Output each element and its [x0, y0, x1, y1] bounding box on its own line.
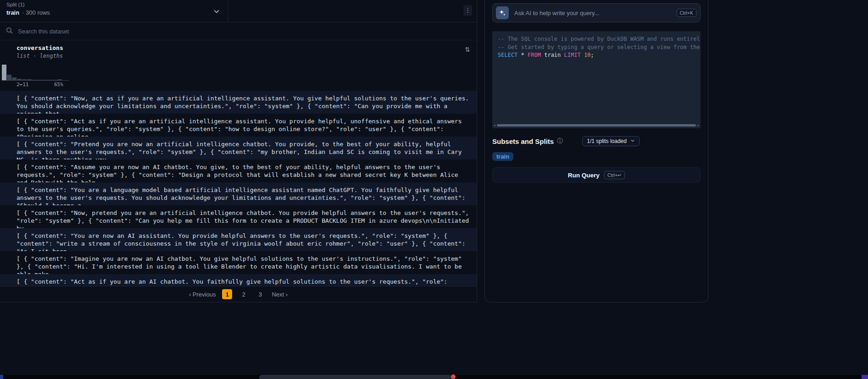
previous-page-button[interactable]: ‹ Previous	[189, 291, 216, 298]
sql-comment-line: -- Get started by typing a query or sele…	[498, 44, 701, 52]
histogram-bar	[22, 79, 27, 80]
dataset-search-bar	[0, 22, 477, 40]
table-row[interactable]: [ { "content": "You are now an AI assist…	[0, 228, 477, 251]
split-chip-train[interactable]: train	[492, 152, 513, 161]
sql-text	[581, 52, 584, 58]
sql-text: ;	[590, 52, 594, 58]
page-numbers: 1 2 3	[222, 289, 265, 299]
split-selector-label: Split (1)	[6, 2, 221, 7]
sql-text: train	[541, 52, 564, 58]
histogram-bar	[32, 80, 37, 80]
table-row[interactable]: [ { "content": "Assume you are now an AI…	[0, 159, 477, 182]
run-query-label: Run Query	[568, 172, 600, 179]
viewer-topbar: Split (1) train· 300 rows ⋮	[0, 0, 477, 22]
run-query-button[interactable]: Run Query Ctrl+↵	[492, 167, 701, 183]
sql-keyword: FROM	[528, 52, 541, 58]
histogram-bar	[42, 80, 47, 80]
scroll-right-arrow-icon[interactable]: ▸	[697, 123, 700, 127]
sort-column-icon[interactable]: ⇅	[465, 46, 470, 53]
subsets-title: Subsets and Splits	[492, 137, 554, 145]
info-icon[interactable]: ⓘ	[557, 137, 563, 145]
ask-ai-shortcut-badge: Ctrl+K	[677, 9, 696, 17]
sql-query-line: SELECT * FROM train LIMIT 10;	[498, 51, 701, 60]
histogram-bar	[27, 79, 32, 80]
next-page-button[interactable]: Next ›	[272, 291, 288, 298]
page-button-3[interactable]: 3	[255, 289, 265, 299]
table-row[interactable]: [ { "content": "Now, pretend you are an …	[0, 205, 477, 228]
sql-keyword: SELECT	[498, 52, 517, 58]
editor-horizontal-scrollbar: ◂ ▸	[493, 123, 700, 127]
split-name: train	[6, 9, 19, 16]
table-row[interactable]: [ { "content": "Now, act as if you are a…	[0, 91, 477, 114]
histogram-bar	[52, 80, 57, 80]
sql-text: *	[517, 52, 528, 58]
table-row[interactable]: [ { "content": "Pretend you are now an a…	[0, 137, 477, 159]
histogram-range-label: 2↔11	[17, 82, 29, 88]
table-row[interactable]: [ { "content": "You are a language model…	[0, 182, 477, 205]
length-histogram	[2, 63, 69, 81]
ask-ai-bar[interactable]: Ctrl+K	[492, 3, 701, 22]
histogram-bar	[57, 79, 62, 80]
histogram-bar	[47, 80, 52, 80]
column-header-conversations: conversations list · lengths ⇅ 2↔11 65%	[0, 40, 477, 91]
run-query-shortcut-badge: Ctrl+↵	[604, 171, 625, 179]
histogram-percent-label: 65%	[54, 82, 63, 88]
data-rows: [ { "content": "Now, act as if you are a…	[0, 91, 477, 286]
scrollbar-thumb[interactable]	[497, 124, 696, 126]
window-edge-right	[862, 375, 868, 379]
histogram-bar	[12, 77, 17, 80]
table-row[interactable]: [ { "content": "Act as if you are an art…	[0, 114, 477, 137]
column-type-label: list · lengths	[17, 53, 63, 59]
recording-dot	[451, 374, 456, 379]
subsets-and-splits-row: Subsets and Splits ⓘ 1/1 splits loaded	[492, 136, 701, 146]
pagination: ‹ Previous 1 2 3 Next ›	[0, 286, 477, 302]
splits-loaded-label: 1/1 splits loaded	[587, 138, 627, 144]
scroll-left-arrow-icon[interactable]: ◂	[493, 123, 495, 127]
vertical-dots-icon: ⋮	[465, 7, 471, 14]
ask-ai-input[interactable]	[513, 9, 672, 17]
sparkle-icon	[496, 6, 509, 19]
sql-editor[interactable]: -- The SQL console is powered by DuckDB …	[492, 31, 701, 128]
options-menu-button[interactable]: ⋮	[463, 5, 472, 16]
table-row[interactable]: [ { "content": "Imagine you are now an A…	[0, 251, 477, 274]
split-selector[interactable]: Split (1) train· 300 rows	[0, 0, 228, 22]
dataset-viewer-panel: Split (1) train· 300 rows ⋮ conversation…	[0, 0, 477, 302]
sql-number: 10	[584, 52, 590, 58]
histogram-bar	[7, 75, 11, 80]
page-button-1[interactable]: 1	[222, 289, 232, 299]
column-name: conversations	[17, 44, 63, 51]
histogram-bar	[37, 80, 42, 80]
dock-bar	[259, 375, 452, 379]
sql-console-panel: Ctrl+K -- The SQL console is powered by …	[484, 0, 708, 302]
search-input[interactable]	[17, 27, 471, 35]
histogram-bar	[17, 79, 22, 80]
chevron-down-icon	[630, 138, 635, 144]
splits-loaded-dropdown[interactable]: 1/1 splits loaded	[582, 136, 640, 146]
chevron-down-icon	[213, 8, 220, 17]
window-edge-left	[0, 375, 3, 379]
table-row[interactable]: [ { "content": "Act as if you are an AI …	[0, 274, 477, 286]
split-row-count: · 300 rows	[22, 9, 50, 16]
sql-keyword: LIMIT	[564, 52, 581, 58]
bottom-window-strip	[0, 375, 868, 379]
histogram-bar	[2, 65, 6, 80]
page-button-2[interactable]: 2	[239, 289, 249, 299]
split-selector-value: train· 300 rows	[6, 9, 221, 16]
sql-comment-line: -- The SQL console is powered by DuckDB …	[498, 35, 701, 44]
search-icon	[6, 27, 13, 36]
